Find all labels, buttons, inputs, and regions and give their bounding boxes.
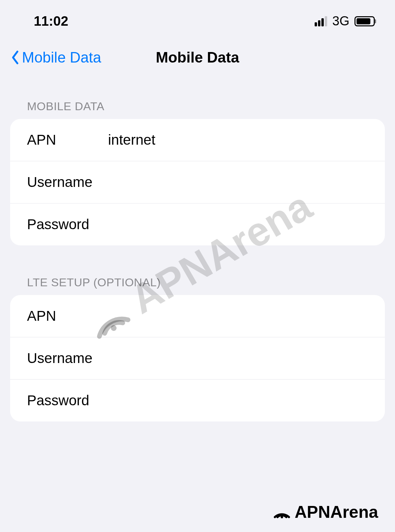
- label-lte-username: Username: [27, 350, 108, 366]
- input-lte-username[interactable]: [108, 350, 368, 366]
- row-username[interactable]: Username: [10, 161, 385, 203]
- label-username: Username: [27, 174, 108, 190]
- status-time: 11:02: [34, 14, 68, 29]
- content: MOBILE DATA APN Username Password LTE SE…: [0, 100, 395, 421]
- section-header-mobile-data: MOBILE DATA: [10, 100, 385, 119]
- input-lte-apn[interactable]: [108, 308, 368, 324]
- row-lte-apn[interactable]: APN: [10, 295, 385, 337]
- row-lte-username[interactable]: Username: [10, 337, 385, 380]
- row-apn[interactable]: APN: [10, 119, 385, 161]
- section-header-lte: LTE SETUP (OPTIONAL): [10, 276, 385, 295]
- footer-text: APNArena: [295, 502, 378, 522]
- status-right: 3G: [315, 14, 375, 28]
- section-lte-setup: APN Username Password: [10, 295, 385, 421]
- back-button[interactable]: Mobile Data: [10, 49, 101, 66]
- label-lte-apn: APN: [27, 308, 108, 324]
- navigation-bar: Mobile Data Mobile Data: [0, 35, 395, 76]
- status-bar: 11:02 3G: [0, 0, 395, 35]
- row-password[interactable]: Password: [10, 203, 385, 245]
- network-type: 3G: [332, 14, 349, 28]
- chevron-left-icon: [10, 49, 20, 66]
- label-apn: APN: [27, 132, 108, 148]
- battery-icon: [354, 16, 375, 26]
- section-mobile-data: APN Username Password: [10, 119, 385, 245]
- input-apn[interactable]: [108, 132, 368, 148]
- signal-icon: [315, 16, 327, 26]
- label-password: Password: [27, 216, 108, 233]
- input-lte-password[interactable]: [108, 392, 368, 409]
- page-title: Mobile Data: [156, 49, 239, 66]
- svg-point-1: [281, 516, 283, 518]
- input-username[interactable]: [108, 174, 368, 190]
- label-lte-password: Password: [27, 392, 108, 409]
- row-lte-password[interactable]: Password: [10, 380, 385, 421]
- back-label: Mobile Data: [22, 49, 101, 66]
- input-password[interactable]: [108, 216, 368, 233]
- footer-logo: APNArena: [272, 502, 378, 522]
